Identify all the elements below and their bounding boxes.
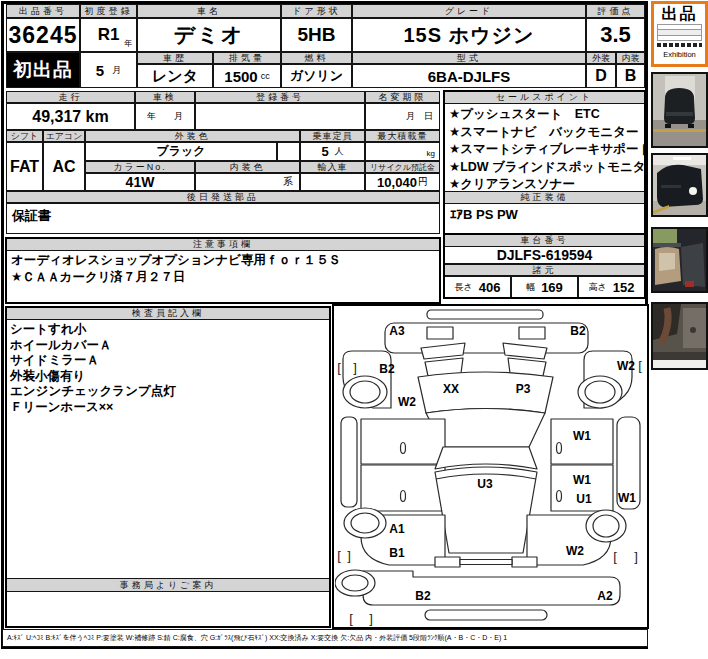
exhibition-badge[interactable]: 出品 Exhibition — [651, 1, 708, 67]
grade-value: 15S ホウジン — [352, 18, 586, 52]
mileage-value: 49,317 km — [6, 103, 135, 130]
model-code-label: 型式 — [352, 52, 586, 64]
later-parts-label: 後日発送部品 — [6, 191, 440, 203]
damage-code-B2: B2 — [379, 362, 395, 376]
name-change-value: 月 日 — [365, 103, 440, 130]
inspector-note-line: シートすれ小 — [8, 322, 328, 338]
first-reg-era-value: R1 — [98, 25, 120, 45]
damage-code-A2: A2 — [597, 589, 613, 603]
chassis-number-value: DJLFS-619594 — [444, 246, 645, 264]
diagram-bracket: [ — [349, 611, 353, 626]
diagram-bracket: [ — [337, 360, 341, 375]
recycle-number: 10,040 — [377, 175, 417, 190]
registration-number-value — [195, 103, 365, 130]
shift-label: シフト — [6, 130, 43, 142]
mileage-label: 走行 — [6, 91, 135, 103]
interior-color-value: 系 — [195, 173, 300, 191]
diagram-bracket: ] — [634, 549, 638, 564]
exterior-color-value: ブラック — [85, 142, 277, 161]
notes-list: オーディオレスショップオプションナビ専用ｆｏｒ１５Ｓ★ＣＡＡカークリ済７月２７日 — [6, 250, 440, 303]
recycle-unit: 円 — [418, 175, 428, 189]
name-change-label: 名変期限 — [365, 91, 440, 103]
capacity-value: 5 人 — [300, 142, 365, 161]
damage-diagram-svg: A3B2B2W2W2XXP3W1W1U1W1U3A1B1W2B2A2[][[][… — [335, 307, 646, 626]
max-load-value: kg — [365, 142, 440, 161]
sales-point-line: ★LDW ブラインドスポットモニター — [445, 159, 644, 177]
exhibition-badge-title: 出品 — [654, 5, 705, 23]
max-load-label: 最大積載量 — [365, 130, 440, 142]
sales-point-line: ★スマートシティブレーキサポート — [445, 141, 644, 159]
first-exhibit-badge: 初出品 — [6, 52, 80, 88]
width-cell: 幅 169 — [511, 276, 578, 298]
history-value: レンタ — [137, 64, 213, 88]
length-label: 長さ — [455, 281, 473, 294]
sales-point-line: ★スマートナビ バックモニター — [445, 124, 644, 142]
color-number-label: カラーNo. — [85, 161, 195, 173]
photo-thumbnail-interior-rear-seats[interactable] — [651, 227, 708, 293]
exterior-color-label: 外装色 — [85, 130, 300, 142]
height-label: 高さ — [589, 281, 607, 294]
auction-number-value: 36245 — [6, 18, 80, 52]
first-registration-label: 初度登録 — [80, 4, 137, 18]
width-label: 幅 — [526, 281, 535, 294]
first-reg-month-value: 5 — [96, 62, 104, 79]
damage-code-W2: W2 — [566, 544, 584, 558]
history-label: 車歴 — [137, 52, 213, 64]
inspector-note-line: 外装小傷有り — [8, 369, 328, 385]
car-outline — [335, 310, 640, 620]
fuel-value: ガソリン — [281, 64, 352, 88]
height-cell: 高さ 152 — [578, 276, 645, 298]
aircon-value: AC — [43, 142, 85, 191]
shift-value: FAT — [6, 142, 43, 191]
inspector-notes-list: シートすれ小ホイールカバーＡサイドミラーＡ外装小傷有りエンジンチェックランプ点灯… — [8, 322, 328, 576]
diagram-bracket: ] — [369, 611, 373, 626]
note-line: ★ＣＡＡカークリ済７月２７日 — [7, 269, 439, 286]
diagram-bracket: ] — [347, 548, 351, 563]
recycle-deposit-label: リサイクル預託金 — [365, 161, 440, 173]
photo-interior-rear-seats-image — [653, 229, 706, 291]
office-notice-label: 事務局よりご案内 — [6, 578, 330, 592]
inspection-value: 年 月 — [135, 103, 195, 130]
damage-code-U1: U1 — [576, 492, 592, 506]
photo-exterior-rear-angle-image — [653, 155, 706, 215]
inspection-label: 車検 — [135, 91, 195, 103]
car-name-value: デミオ — [137, 18, 281, 52]
photo-thumbnail-exterior-rear-angle[interactable] — [651, 153, 708, 217]
interior-grade-value: B — [616, 64, 645, 88]
damage-code-P3: P3 — [516, 382, 531, 396]
first-reg-month-suffix: 月 — [112, 64, 121, 77]
displacement-number: 1500 — [224, 68, 257, 85]
registration-number-label: 登録番号 — [195, 91, 365, 103]
damage-code-B2: B2 — [570, 324, 586, 338]
fuel-label: 燃料 — [281, 52, 352, 64]
dimensions-label: 諸元 — [444, 264, 645, 276]
damage-code-W1: W1 — [573, 473, 591, 487]
exhibition-badge-caption: Exhibition — [654, 50, 705, 59]
damage-code-W2: W2 — [398, 395, 416, 409]
displacement-value: 1500 cc — [213, 64, 281, 88]
legend-text: A:ｷｽﾞ U:ﾍｺﾐ B:ｷｽﾞを伴うﾍｺﾐ P:要塗装 W:補修跡 S:錆 … — [3, 630, 647, 643]
damage-code-A1: A1 — [389, 522, 405, 536]
sales-points-list: ★プッシュスタート ETC★スマートナビ バックモニター★スマートシティブレーキ… — [444, 103, 645, 192]
damage-code-W1: W1 — [618, 491, 636, 505]
length-value: 406 — [479, 280, 501, 295]
score-label: 評価点 — [586, 4, 645, 18]
color-number-value: 41W — [85, 173, 195, 191]
diagram-bracket: [ — [613, 549, 617, 564]
first-reg-year-suffix: 年 — [124, 38, 132, 49]
recycle-deposit-value: 10,040 円 — [365, 173, 440, 191]
first-registration-month: 5 月 — [80, 52, 137, 88]
oem-equipment-value: ｴｱB PS PW — [444, 203, 645, 234]
auction-number-label: 出品番号 — [6, 4, 80, 18]
legend-bar: A:ｷｽﾞ U:ﾍｺﾐ B:ｷｽﾞを伴うﾍｺﾐ P:要塗装 W:補修跡 S:錆 … — [2, 629, 648, 647]
damage-code-B2: B2 — [415, 589, 431, 603]
score-value: 3.5 — [586, 18, 645, 52]
inspector-note-line: サイドミラーＡ — [8, 353, 328, 369]
capacity-number: 5 — [321, 144, 328, 159]
photo-thumbnail-exterior-rear[interactable] — [651, 72, 708, 148]
capacity-unit: 人 — [335, 145, 344, 158]
displacement-unit: cc — [261, 71, 270, 81]
damage-code-U3: U3 — [477, 477, 493, 491]
interior-color-label: 内装色 — [195, 161, 300, 173]
photo-thumbnail-undercarriage[interactable] — [651, 302, 708, 370]
